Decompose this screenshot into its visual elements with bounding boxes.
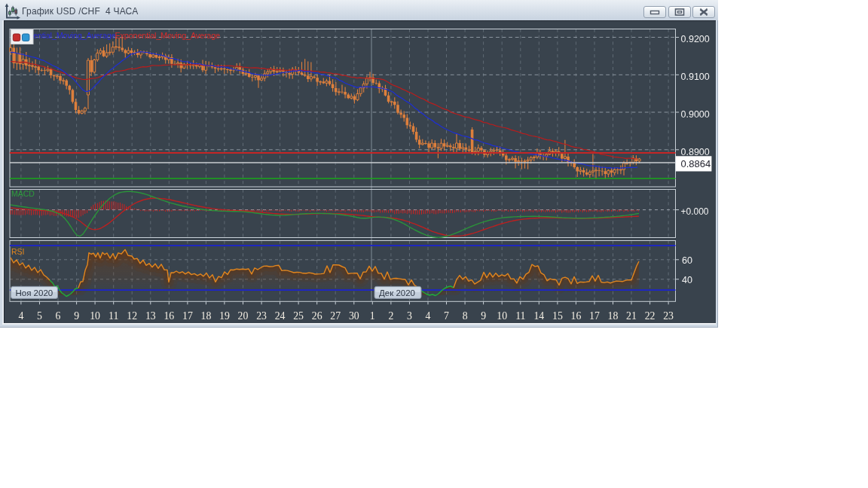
svg-text:19: 19 xyxy=(219,310,230,322)
svg-text:5: 5 xyxy=(37,310,42,322)
svg-text:9: 9 xyxy=(74,310,79,322)
svg-text:16: 16 xyxy=(164,310,174,322)
svg-text:Exponential_Moving_Average: Exponential_Moving_Average xyxy=(115,31,221,40)
svg-text:14: 14 xyxy=(533,310,544,322)
svg-text:22: 22 xyxy=(645,310,656,322)
svg-text:21: 21 xyxy=(626,310,637,322)
svg-text:Ноя 2020: Ноя 2020 xyxy=(16,288,53,297)
svg-text:13: 13 xyxy=(145,310,156,322)
svg-text:7: 7 xyxy=(444,310,449,322)
svg-text:30: 30 xyxy=(349,310,359,322)
svg-text:15: 15 xyxy=(552,310,563,322)
svg-text:8: 8 xyxy=(463,310,468,322)
svg-text:18: 18 xyxy=(201,310,212,322)
svg-text:MACD: MACD xyxy=(11,189,35,198)
svg-text:17: 17 xyxy=(182,310,193,322)
svg-text:24: 24 xyxy=(275,310,286,322)
svg-text:RSI: RSI xyxy=(11,247,25,256)
svg-text:0.9000: 0.9000 xyxy=(681,109,710,120)
svg-text:9: 9 xyxy=(481,310,486,322)
svg-text:0.9100: 0.9100 xyxy=(681,72,710,82)
svg-text:0.8900: 0.8900 xyxy=(681,147,710,157)
svg-text:4: 4 xyxy=(426,310,431,322)
svg-text:3: 3 xyxy=(407,310,412,322)
svg-text:ential_Moving_Average: ential_Moving_Average xyxy=(33,31,116,40)
svg-text:0.9200: 0.9200 xyxy=(681,34,710,44)
svg-text:26: 26 xyxy=(312,310,322,322)
svg-text:27: 27 xyxy=(330,310,341,322)
svg-text:40: 40 xyxy=(682,275,692,285)
svg-text:+0.000: +0.000 xyxy=(681,206,709,217)
svg-text:16: 16 xyxy=(571,310,582,322)
svg-text:11: 11 xyxy=(515,310,525,322)
svg-text:10: 10 xyxy=(90,310,100,322)
svg-text:4: 4 xyxy=(18,310,23,322)
svg-text:10: 10 xyxy=(497,310,507,322)
svg-text:18: 18 xyxy=(608,310,619,322)
svg-text:Дек 2020: Дек 2020 xyxy=(379,288,415,297)
svg-text:23: 23 xyxy=(256,310,267,322)
svg-text:6: 6 xyxy=(56,310,61,322)
svg-text:1: 1 xyxy=(370,310,375,322)
svg-text:2: 2 xyxy=(388,310,393,322)
svg-text:23: 23 xyxy=(663,310,674,322)
svg-text:60: 60 xyxy=(682,255,692,266)
svg-text:0.8864: 0.8864 xyxy=(681,158,711,169)
svg-text:20: 20 xyxy=(238,310,249,322)
svg-text:11: 11 xyxy=(108,310,118,322)
svg-text:12: 12 xyxy=(127,310,137,322)
svg-text:25: 25 xyxy=(293,310,304,322)
svg-text:17: 17 xyxy=(589,310,600,322)
